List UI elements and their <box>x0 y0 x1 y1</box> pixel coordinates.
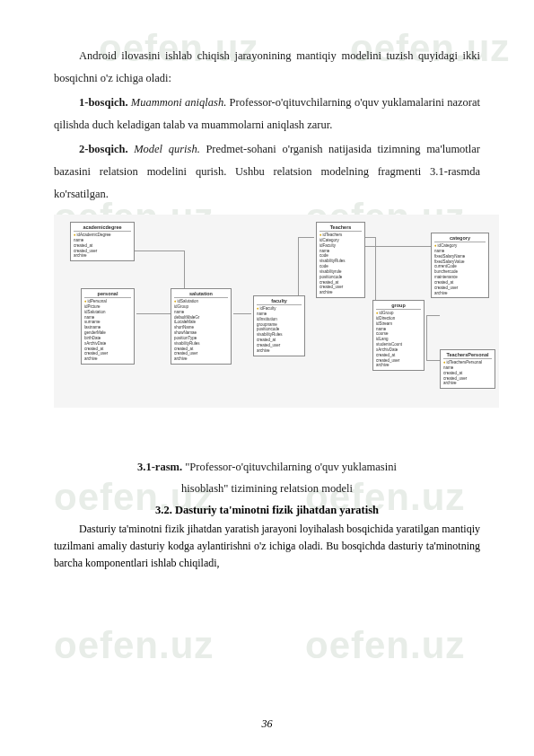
entity-field: archive <box>434 291 486 296</box>
er-diagram: academicdegree ♦ idAcademicDegree name c… <box>54 215 499 408</box>
caption-text2: hisoblash" tizimining relatsion modeli <box>181 482 353 495</box>
entity-field: idTeachersPersonal <box>447 360 483 365</box>
entity-title: personal <box>84 291 131 298</box>
page-content: Android ilovasini ishlab chiqish jarayon… <box>0 0 534 599</box>
entity-salutation: salutation ♦ idSalutation idGroup name d… <box>171 288 232 365</box>
entity-title: academicdegree <box>74 224 131 232</box>
entity-field: idAcademicDegree <box>77 233 111 237</box>
figure-caption: 3.1-rasm. "Professor-o'qituvchilarning o… <box>54 457 480 500</box>
step1-lead: 1-bosqich. <box>79 96 128 109</box>
entity-title: category <box>434 235 486 242</box>
section-heading: 3.2. Dasturiy ta'minotni fizik jihatdan … <box>54 504 480 517</box>
entity-teachers: Teachers ♦ idTeachers idCategory idFacul… <box>316 222 365 298</box>
entity-field: archive <box>320 290 362 295</box>
entity-field: archive <box>257 348 302 354</box>
entity-academicdegree: academicdegree ♦ idAcademicDegree name c… <box>70 222 135 261</box>
entity-field: archive <box>74 253 131 259</box>
entity-field: archive <box>84 356 131 362</box>
watermark: oefen.uz <box>54 624 214 667</box>
caption-label: 3.1-rasm. <box>137 461 182 473</box>
paragraph-intro: Android ilovasini ishlab chiqish jarayon… <box>54 45 480 90</box>
entity-title: TeachersPersonal <box>443 352 492 359</box>
entity-category: category ♦ idCategory name fixedSalaryNa… <box>431 233 489 298</box>
entity-field: idGroup <box>380 311 394 315</box>
entity-field: archive <box>174 356 228 362</box>
entity-title: group <box>376 303 421 310</box>
paragraph-step2: 2-bosqich. Model qurish. Predmet-sohani … <box>54 138 480 206</box>
watermark: oefen.uz <box>305 624 465 667</box>
entity-field: idPersonal <box>88 299 107 303</box>
entity-faculty: faculty ♦ idFaculty name idInstitution g… <box>253 295 305 356</box>
page-number: 36 <box>0 717 534 731</box>
step2-lead: 2-bosqich. <box>79 143 128 155</box>
entity-teacherspersonal: TeachersPersonal ♦ idTeachersPersonal na… <box>440 349 495 389</box>
entity-field: idTeachers <box>323 233 343 237</box>
entity-personal: personal ♦ idPersonal idPicture idSaluta… <box>81 288 135 365</box>
entity-field: archive <box>443 381 492 386</box>
body-paragraph: Dasturiy ta'minotni fizik jihatdan yarat… <box>54 521 480 573</box>
entity-field: idFaculty <box>260 306 276 311</box>
step1-title: Muammoni aniqlash. <box>131 96 226 109</box>
entity-title: Teachers <box>320 224 362 232</box>
entity-title: faculty <box>257 298 302 305</box>
caption-text1: "Professor-o'qituvchilarning o'quv yukla… <box>182 461 397 473</box>
entity-field: idCategory <box>438 243 458 248</box>
step2-title: Model qurish. <box>134 143 200 155</box>
entity-field: idSalutation <box>178 299 199 303</box>
entity-field: archive <box>376 363 421 368</box>
paragraph-step1: 1-bosqich. Muammoni aniqlash. Professor-… <box>54 92 480 136</box>
entity-group: group ♦ idGroup idDirection idStream nam… <box>372 300 425 371</box>
entity-title: salutation <box>174 291 228 298</box>
